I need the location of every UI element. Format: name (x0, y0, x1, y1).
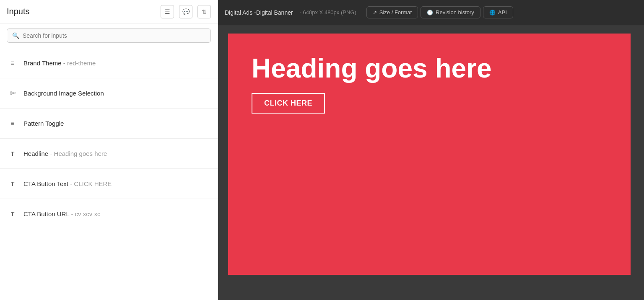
input-item-headline[interactable]: T Headline - Heading goes here (0, 139, 218, 169)
text-icon: T (8, 150, 17, 157)
input-item-background-image[interactable]: ✄ Background Image Selection (0, 78, 218, 109)
revision-history-button[interactable]: 🕐 Revision history (421, 6, 480, 18)
comment-button[interactable]: 💬 (179, 5, 192, 18)
toolbar-title: Digital Ads -Digital Banner (225, 9, 293, 16)
list-icon: ☰ (165, 8, 170, 15)
input-item-cta-button-url[interactable]: T CTA Button URL - cv xcv xc (0, 199, 218, 229)
api-button[interactable]: 🌐 API (483, 6, 513, 18)
search-icon: 🔍 (12, 32, 19, 39)
api-label: API (498, 9, 507, 16)
input-label-cta-button-url: CTA Button URL - cv xcv xc (23, 210, 100, 217)
input-label-brand-theme: Brand Theme - red-theme (23, 59, 96, 67)
ad-heading: Heading goes here (252, 54, 607, 83)
panel-header-icons: ☰ 💬 ⇅ (161, 5, 211, 18)
input-label-headline-value: - Heading goes here (48, 150, 107, 157)
input-label-cta-button-url-value: - cv xcv xc (69, 210, 100, 217)
clock-icon: 🕐 (427, 10, 433, 16)
toolbar-buttons: ↗ Size / Format 🕐 Revision history 🌐 API (366, 6, 513, 18)
input-label-background-image: Background Image Selection (23, 90, 104, 97)
toolbar-subtitle: - 640px X 480px (PNG) (300, 9, 356, 16)
text-icon-2: T (8, 181, 17, 187)
globe-icon: 🌐 (489, 10, 496, 16)
cta-button[interactable]: CLICK HERE (252, 93, 325, 114)
list-lines-icon-2: ≡ (8, 120, 17, 127)
input-label-headline: Headline - Heading goes here (23, 150, 107, 157)
toolbar: Digital Ads -Digital Banner - 640px X 48… (218, 0, 644, 25)
input-item-pattern-toggle[interactable]: ≡ Pattern Toggle (0, 109, 218, 139)
input-label-pattern-toggle: Pattern Toggle (23, 120, 64, 127)
list-view-button[interactable]: ☰ (161, 5, 174, 18)
expand-button[interactable]: ⇅ (197, 5, 211, 18)
input-list: ≡ Brand Theme - red-theme ✄ Background I… (0, 48, 218, 300)
input-label-cta-button-text-value: - CLICK HERE (68, 180, 112, 187)
canvas-area: Heading goes here CLICK HERE (218, 25, 644, 300)
text-icon-3: T (8, 211, 17, 217)
input-label-cta-button-text: CTA Button Text - CLICK HERE (23, 180, 112, 187)
search-input[interactable] (23, 32, 205, 39)
panel-header: Inputs ☰ 💬 ⇅ (0, 0, 218, 23)
input-item-brand-theme[interactable]: ≡ Brand Theme - red-theme (0, 48, 218, 78)
comment-icon: 💬 (182, 8, 190, 15)
search-container: 🔍 (0, 23, 218, 48)
size-format-button[interactable]: ↗ Size / Format (366, 6, 418, 18)
resize-icon: ↗ (373, 10, 377, 16)
left-panel: Inputs ☰ 💬 ⇅ 🔍 ≡ Brand Theme - red-theme (0, 0, 218, 300)
list-lines-icon: ≡ (8, 59, 17, 67)
revision-history-label: Revision history (436, 9, 474, 16)
right-panel: Digital Ads -Digital Banner - 640px X 48… (218, 0, 644, 300)
image-icon: ✄ (8, 89, 17, 97)
ad-canvas: Heading goes here CLICK HERE (228, 34, 631, 275)
input-label-brand-theme-value: - red-theme (62, 59, 96, 67)
size-format-label: Size / Format (379, 9, 412, 16)
input-item-cta-button-text[interactable]: T CTA Button Text - CLICK HERE (0, 169, 218, 199)
panel-title: Inputs (7, 7, 29, 16)
search-box: 🔍 (7, 28, 211, 43)
expand-icon: ⇅ (202, 8, 207, 15)
